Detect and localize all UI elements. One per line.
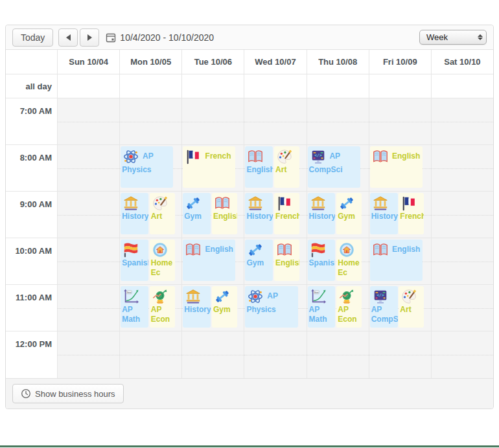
day-cell[interactable] bbox=[244, 331, 307, 378]
calendar-icon[interactable] bbox=[106, 32, 116, 43]
half-hour-divider bbox=[58, 168, 119, 169]
day-cell[interactable] bbox=[58, 238, 120, 284]
all-day-cell[interactable] bbox=[307, 74, 369, 98]
day-cell[interactable] bbox=[307, 331, 369, 378]
event-gym[interactable]: Gym bbox=[245, 240, 273, 281]
day-cell[interactable]: History French bbox=[244, 192, 307, 238]
event-french[interactable]: French bbox=[274, 193, 299, 234]
flag-france-icon bbox=[400, 198, 419, 207]
day-cell[interactable]: History Art bbox=[120, 192, 182, 238]
event-gym[interactable]: Gym bbox=[212, 286, 237, 328]
day-cell[interactable]: foo AP Math AP Econ bbox=[120, 285, 182, 331]
event-art[interactable]: Art bbox=[150, 193, 175, 234]
day-cell[interactable] bbox=[58, 331, 120, 378]
day-cell[interactable] bbox=[58, 98, 120, 144]
all-day-cell[interactable] bbox=[182, 74, 244, 98]
day-cell[interactable]: </> AP CompSci Art bbox=[369, 285, 432, 331]
event-ap-physics[interactable]: AP Physics bbox=[245, 286, 297, 328]
event-english[interactable]: English bbox=[370, 146, 423, 188]
event-ap-math[interactable]: foo AP Math bbox=[121, 286, 148, 328]
event-history[interactable]: History bbox=[245, 193, 273, 234]
day-cell[interactable] bbox=[369, 98, 432, 144]
all-day-cell[interactable] bbox=[120, 74, 182, 98]
event-title: English bbox=[390, 245, 421, 254]
event-english[interactable]: English bbox=[274, 240, 299, 281]
day-cell[interactable] bbox=[369, 331, 432, 378]
event-spanish[interactable]: Spanish bbox=[308, 240, 336, 281]
day-cell[interactable] bbox=[432, 285, 493, 331]
day-cell[interactable] bbox=[58, 145, 120, 191]
day-cell[interactable] bbox=[182, 331, 244, 378]
day-cell[interactable] bbox=[58, 192, 120, 238]
book-icon bbox=[213, 198, 232, 207]
day-cell[interactable]: Gym English bbox=[182, 192, 244, 238]
all-day-cell[interactable] bbox=[432, 74, 493, 98]
event-english[interactable]: English bbox=[183, 240, 235, 281]
event-gym[interactable]: Gym bbox=[183, 193, 211, 234]
event-gym[interactable]: Gym bbox=[336, 193, 362, 234]
day-cell[interactable]: French bbox=[182, 145, 244, 191]
event-english[interactable]: English bbox=[212, 193, 237, 234]
day-cell[interactable] bbox=[432, 145, 493, 191]
day-cell[interactable]: Spanish Home Ec bbox=[307, 238, 369, 284]
event-spanish[interactable]: Spanish bbox=[121, 240, 148, 281]
day-cell[interactable]: Spanish Home Ec bbox=[120, 238, 182, 284]
all-day-cell[interactable] bbox=[244, 74, 307, 98]
event-ap-econ[interactable]: AP Econ bbox=[150, 286, 175, 328]
book-icon bbox=[371, 151, 390, 161]
today-button[interactable]: Today bbox=[12, 28, 53, 47]
day-cell[interactable]: English Art bbox=[244, 145, 307, 191]
event-home-ec[interactable]: Home Ec bbox=[150, 240, 175, 281]
day-header-6: Sat 10/10 bbox=[432, 50, 493, 74]
show-business-hours-button[interactable]: Show business hours bbox=[12, 384, 124, 403]
all-day-cell[interactable] bbox=[369, 74, 432, 98]
event-ap-math[interactable]: foo AP Math bbox=[308, 286, 336, 328]
day-cell[interactable] bbox=[432, 331, 493, 378]
event-english[interactable]: English bbox=[370, 240, 423, 281]
day-cell[interactable] bbox=[58, 285, 120, 331]
day-cell[interactable]: English bbox=[182, 238, 244, 284]
event-history[interactable]: History bbox=[183, 286, 211, 328]
event-ap-physics[interactable]: AP Physics bbox=[121, 146, 173, 188]
prev-button[interactable] bbox=[58, 28, 78, 47]
view-select[interactable]: Week bbox=[419, 30, 487, 45]
day-cell[interactable]: History Gym bbox=[182, 285, 244, 331]
show-business-hours-label: Show business hours bbox=[35, 389, 115, 399]
day-cell[interactable]: Gym English bbox=[244, 238, 307, 284]
day-cell[interactable]: </> AP CompSci bbox=[307, 145, 369, 191]
day-cell[interactable] bbox=[182, 98, 244, 144]
day-cell[interactable]: History Gym bbox=[307, 192, 369, 238]
next-button[interactable] bbox=[80, 28, 99, 47]
event-french[interactable]: French bbox=[183, 146, 235, 188]
event-history[interactable]: History bbox=[308, 193, 336, 234]
book-icon bbox=[275, 245, 294, 254]
day-cell[interactable] bbox=[120, 98, 182, 144]
day-cell[interactable] bbox=[432, 98, 493, 144]
event-home-ec[interactable]: Home Ec bbox=[336, 240, 362, 281]
time-label: 7:00 AM bbox=[6, 98, 58, 144]
day-cell[interactable]: AP Physics bbox=[120, 145, 182, 191]
event-french[interactable]: French bbox=[399, 193, 424, 234]
event-ap-compsci[interactable]: </> AP CompSci bbox=[308, 146, 360, 188]
day-cell[interactable]: foo AP Math AP Econ bbox=[307, 285, 369, 331]
event-ap-econ[interactable]: AP Econ bbox=[336, 286, 362, 328]
event-title: AP CompSci bbox=[371, 305, 398, 324]
event-art[interactable]: Art bbox=[274, 146, 299, 188]
day-cell[interactable] bbox=[244, 98, 307, 144]
day-cell[interactable] bbox=[432, 192, 493, 238]
event-history[interactable]: History bbox=[121, 193, 148, 234]
half-hour-divider bbox=[432, 122, 493, 122]
day-cell[interactable] bbox=[307, 98, 369, 144]
day-cell[interactable]: English bbox=[369, 238, 432, 284]
day-cell[interactable]: English bbox=[369, 145, 432, 191]
day-cell[interactable] bbox=[432, 238, 493, 284]
event-art[interactable]: Art bbox=[399, 286, 424, 328]
day-cell[interactable] bbox=[120, 331, 182, 378]
day-cell[interactable]: AP Physics bbox=[244, 285, 307, 331]
event-ap-compsci[interactable]: </> AP CompSci bbox=[370, 286, 398, 328]
all-day-cell[interactable] bbox=[58, 74, 120, 98]
event-history[interactable]: History bbox=[370, 193, 398, 234]
day-cell[interactable]: History French bbox=[369, 192, 432, 238]
date-range-label[interactable]: 10/4/2020 - 10/10/2020 bbox=[120, 32, 214, 43]
event-english[interactable]: English bbox=[245, 146, 273, 188]
